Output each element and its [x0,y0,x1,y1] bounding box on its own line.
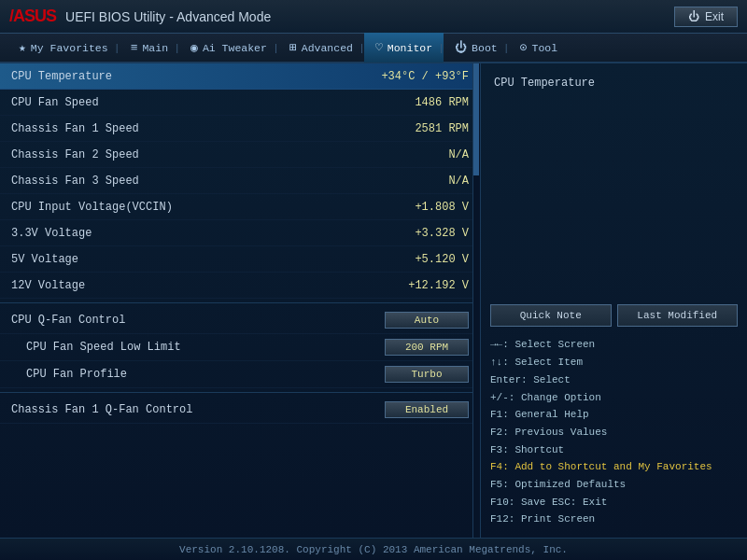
chassis-fan1-label: Chassis Fan 1 Speed [11,122,139,135]
chassis-fan2-value: N/A [448,148,469,161]
5v-voltage-item[interactable]: 5V Voltage +5.120 V [0,246,480,273]
circle-icon: ◉ [190,40,198,55]
chassis-qfan-item[interactable]: Chassis Fan 1 Q-Fan Control Enabled [0,397,480,424]
heart-icon: ♡ [375,40,383,55]
quick-note-button[interactable]: Quick Note [490,304,612,327]
grid-icon: ⊞ [289,40,297,55]
menu-icon: ≡ [131,41,138,55]
shortcut-enter: Enter: Select [490,371,738,389]
cpu-input-voltage-item[interactable]: CPU Input Voltage(VCCIN) +1.808 V [0,194,480,220]
nav-item-tool[interactable]: ⊙ Tool [509,33,569,63]
info-area: CPU Temperature [490,73,738,304]
cpu-fan-speed-item[interactable]: CPU Fan Speed 1486 RPM [0,90,480,116]
cpu-fan-speed-label: CPU Fan Speed [11,96,99,109]
shortcut-f2: F2: Previous Values [490,424,738,441]
cpu-qfan-value[interactable]: Auto [385,312,469,329]
left-panel: CPU Temperature +34°C / +93°F CPU Fan Sp… [0,63,481,538]
power-icon: ⏻ [688,10,699,23]
chassis-fan2-item[interactable]: Chassis Fan 2 Speed N/A [0,142,480,168]
cpu-temperature-item[interactable]: CPU Temperature +34°C / +93°F [0,63,480,90]
footer: Version 2.10.1208. Copyright (C) 2013 Am… [0,538,747,560]
cpu-fan-profile-label: CPU Fan Profile [11,368,127,381]
nav-item-boot[interactable]: ⏻ Boot [444,33,509,63]
action-buttons: Quick Note Last Modified [490,304,738,327]
nav-item-monitor[interactable]: ♡ Monitor [364,33,444,63]
cpu-temperature-value: +34°C / +93°F [381,70,469,83]
chassis-qfan-label: Chassis Fan 1 Q-Fan Control [11,403,192,416]
12v-voltage-value: +12.192 V [408,279,469,292]
chassis-fan1-value: 2581 RPM [415,122,469,135]
shortcut-change-option: +/-: Change Option [490,389,738,407]
last-modified-button[interactable]: Last Modified [617,304,739,327]
shortcut-select-screen: →←: Select Screen [490,336,738,354]
shortcut-select-item: ↑↓: Select Item [490,354,738,371]
cpu-qfan-item[interactable]: CPU Q-Fan Control Auto [0,307,480,334]
right-panel: CPU Temperature Quick Note Last Modified… [481,63,747,538]
cpu-fan-profile-value[interactable]: Turbo [385,366,469,383]
chassis-fan3-label: Chassis Fan 3 Speed [11,175,139,188]
shortcut-f12: F12: Print Screen [490,511,738,528]
cpu-temperature-label: CPU Temperature [11,70,112,83]
scroll-indicator [472,63,480,538]
star-icon: ★ [19,40,26,55]
shortcut-f5: F5: Optimized Defaults [490,476,738,494]
shortcuts-panel: →←: Select Screen ↑↓: Select Item Enter:… [490,336,738,528]
cpu-fan-profile-item[interactable]: CPU Fan Profile Turbo [0,361,480,388]
nav-item-main[interactable]: ≡ Main [120,33,179,63]
chassis-fan2-label: Chassis Fan 2 Speed [11,148,139,161]
shortcut-f4: F4: Add to Shortcut and My Favorites [490,458,738,476]
divider1 [0,302,480,303]
header: /ASUS UEFI BIOS Utility - Advanced Mode … [0,0,747,34]
asus-logo: /ASUS [9,7,56,26]
divider2 [0,392,480,393]
nav-item-ai-tweaker[interactable]: ◉ Ai Tweaker [179,33,278,63]
cpu-qfan-label: CPU Q-Fan Control [11,314,125,327]
cpu-fan-speed-value: 1486 RPM [415,96,469,109]
12v-voltage-label: 12V Voltage [11,279,85,292]
footer-text: Version 2.10.1208. Copyright (C) 2013 Am… [179,544,568,555]
cpu-fan-low-limit-label: CPU Fan Speed Low Limit [11,341,181,354]
3v3-voltage-item[interactable]: 3.3V Voltage +3.328 V [0,220,480,246]
nav-item-my-favorites[interactable]: ★ My Favorites [7,33,120,63]
chassis-fan1-item[interactable]: Chassis Fan 1 Speed 2581 RPM [0,116,480,142]
shortcut-f3: F3: Shortcut [490,441,738,459]
info-title: CPU Temperature [494,77,734,90]
cpu-fan-low-limit-value[interactable]: 200 RPM [385,339,469,356]
navbar: ★ My Favorites ≡ Main ◉ Ai Tweaker ⊞ Adv… [0,34,747,63]
5v-voltage-label: 5V Voltage [11,253,78,266]
12v-voltage-item[interactable]: 12V Voltage +12.192 V [0,273,480,299]
chassis-qfan-value[interactable]: Enabled [385,401,469,418]
header-title: UEFI BIOS Utility - Advanced Mode [65,9,674,24]
chassis-fan3-value: N/A [448,175,469,188]
shortcut-f10: F10: Save ESC: Exit [490,494,738,511]
main-content: CPU Temperature +34°C / +93°F CPU Fan Sp… [0,63,747,538]
5v-voltage-value: +5.120 V [415,253,469,266]
scroll-thumb [473,63,479,175]
chassis-fan3-item[interactable]: Chassis Fan 3 Speed N/A [0,168,480,194]
cpu-input-voltage-value: +1.808 V [415,201,469,214]
cpu-fan-low-limit-item[interactable]: CPU Fan Speed Low Limit 200 RPM [0,334,480,361]
nav-item-advanced[interactable]: ⊞ Advanced [278,33,364,63]
3v3-voltage-value: +3.328 V [415,227,469,240]
shortcut-f1: F1: General Help [490,406,738,424]
3v3-voltage-label: 3.3V Voltage [11,227,92,240]
cpu-input-voltage-label: CPU Input Voltage(VCCIN) [11,201,173,214]
tool-icon: ⊙ [520,40,528,55]
power-nav-icon: ⏻ [455,41,467,55]
exit-button[interactable]: ⏻ Exit [674,7,738,27]
